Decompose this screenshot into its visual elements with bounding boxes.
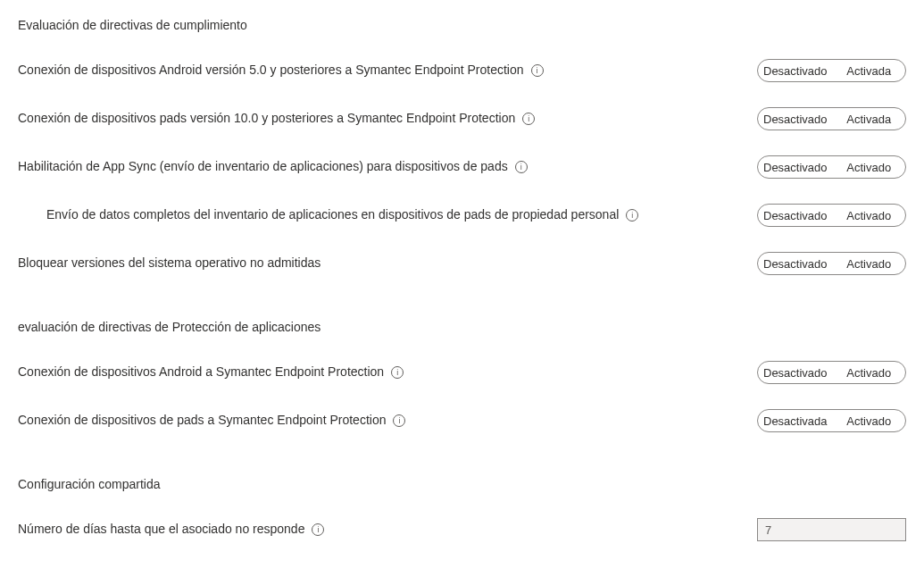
toggle-android-app-protection[interactable]: Desactivado Activado: [757, 361, 906, 384]
toggle-off: Desactivado: [758, 157, 833, 178]
info-icon[interactable]: i: [393, 414, 405, 427]
toggle-off: Desactivado: [758, 205, 833, 226]
info-icon[interactable]: i: [312, 523, 324, 536]
toggle-off: Desactivado: [758, 109, 833, 130]
label-wrap: Habilitación de App Sync (envío de inven…: [18, 158, 757, 176]
setting-row-android-app-protection: Conexión de dispositivos Android a Syman…: [18, 361, 906, 384]
info-icon[interactable]: i: [515, 161, 528, 173]
toggle-on: Activado: [833, 157, 905, 178]
setting-row-pads-app-protection: Conexión de dispositivos de pads a Syman…: [18, 409, 906, 432]
section-heading-app-protection: evaluación de directivas de Protección d…: [18, 320, 906, 334]
toggle-on: Activado: [833, 363, 905, 383]
toggle-full-inventory[interactable]: Desactivado Activado: [757, 204, 906, 227]
setting-row-app-sync: Habilitación de App Sync (envío de inven…: [18, 155, 906, 179]
toggle-on: Activada: [833, 61, 905, 81]
label-wrap: Conexión de dispositivos Android versión…: [18, 62, 757, 79]
section-heading-shared: Configuración compartida: [18, 477, 906, 491]
setting-label: Conexión de dispositivos Android a Syman…: [18, 364, 384, 381]
label-wrap: Bloquear versiones del sistema operativo…: [18, 255, 757, 272]
setting-row-android-compliance: Conexión de dispositivos Android versión…: [18, 59, 906, 82]
label-wrap: Envío de datos completos del inventario …: [46, 206, 757, 224]
setting-row-block-unsupported: Bloquear versiones del sistema operativo…: [18, 252, 906, 275]
toggle-off: Desactivado: [758, 61, 833, 81]
setting-label: Conexión de dispositivos de pads a Syman…: [18, 412, 386, 430]
toggle-block-unsupported[interactable]: Desactivado Activado: [757, 252, 906, 275]
section-heading-compliance: Evaluación de directivas de cumplimiento: [18, 18, 906, 32]
toggle-off: Desactivada: [758, 411, 833, 431]
toggle-off: Desactivado: [758, 254, 833, 274]
setting-label: Conexión de dispositivos Android versión…: [18, 62, 524, 79]
toggle-on: Activada: [833, 109, 905, 130]
label-wrap: Conexión de dispositivos Android a Syman…: [18, 364, 757, 381]
setting-label: Número de días hasta que el asociado no …: [18, 521, 304, 539]
label-wrap: Número de días hasta que el asociado no …: [18, 521, 757, 539]
toggle-off: Desactivado: [758, 363, 833, 383]
toggle-pads-compliance[interactable]: Desactivado Activada: [757, 107, 906, 130]
setting-label: Conexión de dispositivos pads versión 10…: [18, 110, 515, 128]
info-icon[interactable]: i: [391, 366, 404, 379]
toggle-on: Activado: [833, 205, 905, 226]
label-wrap: Conexión de dispositivos pads versión 10…: [18, 110, 757, 128]
setting-label: Bloquear versiones del sistema operativo…: [18, 255, 320, 272]
days-input[interactable]: [757, 518, 906, 541]
setting-label: Envío de datos completos del inventario …: [46, 206, 619, 224]
label-wrap: Conexión de dispositivos de pads a Syman…: [18, 412, 757, 430]
toggle-on: Activado: [833, 411, 905, 431]
setting-label: Habilitación de App Sync (envío de inven…: [18, 158, 508, 176]
toggle-pads-app-protection[interactable]: Desactivada Activado: [757, 409, 906, 432]
toggle-app-sync[interactable]: Desactivado Activado: [757, 155, 906, 179]
setting-row-pads-compliance: Conexión de dispositivos pads versión 10…: [18, 107, 906, 130]
toggle-on: Activado: [833, 254, 905, 274]
toggle-android-compliance[interactable]: Desactivado Activada: [757, 59, 906, 82]
setting-row-full-inventory: Envío de datos completos del inventario …: [18, 204, 906, 227]
info-icon[interactable]: i: [522, 113, 535, 125]
setting-row-days-unresponsive: Número de días hasta que el asociado no …: [18, 518, 906, 541]
info-icon[interactable]: i: [531, 64, 544, 77]
info-icon[interactable]: i: [626, 209, 638, 222]
